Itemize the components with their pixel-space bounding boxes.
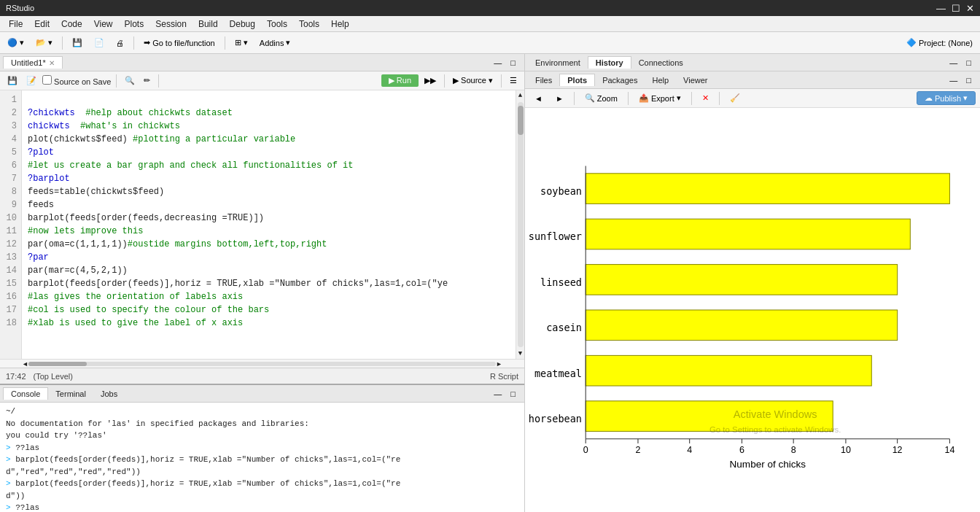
publish-btn[interactable]: ☁ Publish ▾ bbox=[917, 91, 976, 105]
bar-linseed bbox=[586, 265, 897, 295]
tab-help[interactable]: Help bbox=[645, 74, 676, 86]
menu-plots[interactable]: Plots bbox=[119, 18, 150, 31]
broom-btn[interactable]: 🧹 bbox=[725, 92, 745, 104]
y-label-linseed: linseed bbox=[540, 276, 582, 288]
console-line: d")) bbox=[6, 490, 518, 503]
editor-vscrollbar[interactable]: ▲ ▼ bbox=[516, 90, 524, 359]
print-btn[interactable]: 🖨 bbox=[112, 36, 128, 50]
close-btn[interactable]: ✕ bbox=[966, 3, 974, 14]
editor-save-icon[interactable]: 💾 bbox=[4, 75, 20, 86]
editor-hscroll[interactable]: ◄ ► bbox=[0, 359, 524, 368]
goto-file-label: Go to file/function bbox=[152, 39, 215, 47]
new-file-btn[interactable]: 🔵 ▾ bbox=[3, 36, 28, 50]
source-on-save-label: Source on Save bbox=[42, 75, 111, 86]
code-area[interactable]: ?chickwts #help about chickwts dataset c… bbox=[22, 90, 516, 359]
project-icon: 🔷 bbox=[906, 38, 917, 47]
titlebar: RStudio — ☐ ✕ bbox=[0, 0, 980, 16]
hscroll-track[interactable] bbox=[28, 362, 496, 366]
menu-code[interactable]: Code bbox=[55, 18, 88, 31]
save-btn[interactable]: 💾 bbox=[68, 36, 87, 50]
minimize-btn[interactable]: — bbox=[936, 3, 946, 14]
editor-tab-untitled1[interactable]: Untitled1* ✕ bbox=[3, 56, 63, 69]
y-label-sunflower: sunflower bbox=[529, 230, 582, 242]
editor-tab-close[interactable]: ✕ bbox=[49, 59, 55, 67]
export-icon: 📤 bbox=[639, 93, 649, 103]
console-content[interactable]: ~/ No documentation for 'las' in specifi… bbox=[0, 403, 524, 512]
menu-edit[interactable]: Edit bbox=[28, 18, 55, 31]
scroll-down-btn[interactable]: ▼ bbox=[518, 350, 522, 357]
env-maximize-btn[interactable]: □ bbox=[963, 58, 974, 68]
scroll-track[interactable] bbox=[518, 102, 524, 347]
editor-minimize-btn[interactable]: — bbox=[491, 58, 505, 68]
menu-profile[interactable]: Tools bbox=[261, 18, 293, 31]
toolbar-sep-3 bbox=[225, 36, 225, 50]
console-minimize-btn[interactable]: — bbox=[491, 389, 505, 399]
run-btn[interactable]: ▶ Run bbox=[381, 74, 419, 87]
console-line: > barplot(feeds[order(feeds)],horiz = TR… bbox=[6, 478, 518, 490]
source-icon: ▶ bbox=[453, 76, 459, 85]
tab-history[interactable]: History bbox=[588, 56, 631, 69]
export-btn[interactable]: 📤 Export ▾ bbox=[634, 92, 686, 104]
tab-files[interactable]: Files bbox=[528, 74, 559, 86]
scroll-up-btn[interactable]: ▲ bbox=[518, 92, 522, 99]
window-controls[interactable]: — ☐ ✕ bbox=[936, 3, 974, 14]
plot-minimize-btn[interactable]: — bbox=[946, 75, 960, 85]
editor-options-btn[interactable]: ☰ bbox=[507, 75, 520, 86]
menu-file[interactable]: File bbox=[3, 18, 28, 31]
plot-next-btn[interactable]: ► bbox=[551, 93, 569, 104]
console-line: you could try '??las' bbox=[6, 430, 518, 442]
console-tab-jobs[interactable]: Jobs bbox=[93, 388, 125, 400]
project-btn[interactable]: 🔷 Project: (None) bbox=[902, 36, 977, 50]
line-numbers: 12345 678910 1112131415 161718 bbox=[0, 90, 22, 359]
bar-soybean bbox=[586, 174, 949, 204]
goto-file-icon: ➡ bbox=[144, 38, 150, 47]
menu-build[interactable]: Build bbox=[192, 18, 224, 31]
hscroll-left-btn[interactable]: ◄ bbox=[22, 360, 28, 368]
grid-btn[interactable]: ⊞ ▾ bbox=[230, 36, 252, 50]
editor-compile-btn[interactable]: 📝 bbox=[23, 75, 39, 86]
env-panel-controls: — □ bbox=[946, 58, 977, 68]
console-maximize-btn[interactable]: □ bbox=[508, 389, 518, 399]
addins-btn[interactable]: Addins ▾ bbox=[255, 36, 295, 50]
tab-plots[interactable]: Plots bbox=[559, 74, 595, 86]
goto-file-btn[interactable]: ➡ Go to file/function bbox=[139, 36, 219, 50]
tab-environment[interactable]: Environment bbox=[528, 57, 588, 69]
plot-tabs: Files Plots Packages Help Viewer — □ bbox=[525, 71, 980, 89]
console-tab-console[interactable]: Console bbox=[3, 387, 48, 400]
plot-maximize-btn[interactable]: □ bbox=[963, 75, 974, 85]
console-tab-terminal[interactable]: Terminal bbox=[48, 388, 93, 400]
tab-connections[interactable]: Connections bbox=[631, 57, 691, 69]
run-icon: ▶ bbox=[389, 76, 394, 85]
console-controls: — □ bbox=[491, 389, 521, 399]
tab-viewer[interactable]: Viewer bbox=[676, 74, 715, 86]
cursor-position: 17:42 bbox=[6, 372, 26, 381]
maximize-btn[interactable]: ☐ bbox=[952, 3, 960, 14]
search-btn[interactable]: 🔍 bbox=[122, 75, 138, 86]
source-on-save-checkbox[interactable] bbox=[42, 75, 52, 85]
zoom-btn[interactable]: 🔍 Zoom bbox=[580, 92, 623, 104]
export-label: Export bbox=[651, 94, 674, 103]
hscroll-right-btn[interactable]: ► bbox=[496, 360, 502, 368]
menu-debug[interactable]: Debug bbox=[224, 18, 261, 31]
hscroll-thumb[interactable] bbox=[28, 362, 87, 366]
env-minimize-btn[interactable]: — bbox=[946, 58, 960, 68]
menu-view[interactable]: View bbox=[88, 18, 119, 31]
run-next-btn[interactable]: ▶▶ bbox=[421, 75, 439, 86]
open-btn[interactable]: 📂 ▾ bbox=[31, 36, 57, 50]
editor-maximize-btn[interactable]: □ bbox=[508, 58, 518, 68]
tab-packages[interactable]: Packages bbox=[595, 74, 645, 86]
menu-tools[interactable]: Tools bbox=[293, 18, 325, 31]
edit-btn[interactable]: ✏ bbox=[141, 75, 153, 86]
xtick-2: 2 bbox=[635, 445, 640, 455]
source-btn[interactable]: ▶ Source ▾ bbox=[450, 75, 496, 86]
save-all-btn[interactable]: 📄 bbox=[90, 36, 109, 50]
xtick-4: 4 bbox=[687, 445, 692, 455]
menu-session[interactable]: Session bbox=[149, 18, 192, 31]
menu-help[interactable]: Help bbox=[325, 18, 355, 31]
delete-plot-btn[interactable]: ✕ bbox=[697, 92, 714, 104]
bar-casein bbox=[586, 310, 897, 341]
scroll-thumb[interactable] bbox=[518, 106, 524, 135]
plot-prev-btn[interactable]: ◄ bbox=[529, 93, 548, 104]
global-toolbar: 🔵 ▾ 📂 ▾ 💾 📄 🖨 ➡ Go to file/function ⊞ ▾ … bbox=[0, 32, 980, 54]
main-area: Untitled1* ✕ — □ 💾 📝 Source on Save 🔍 ✏ bbox=[0, 54, 980, 512]
